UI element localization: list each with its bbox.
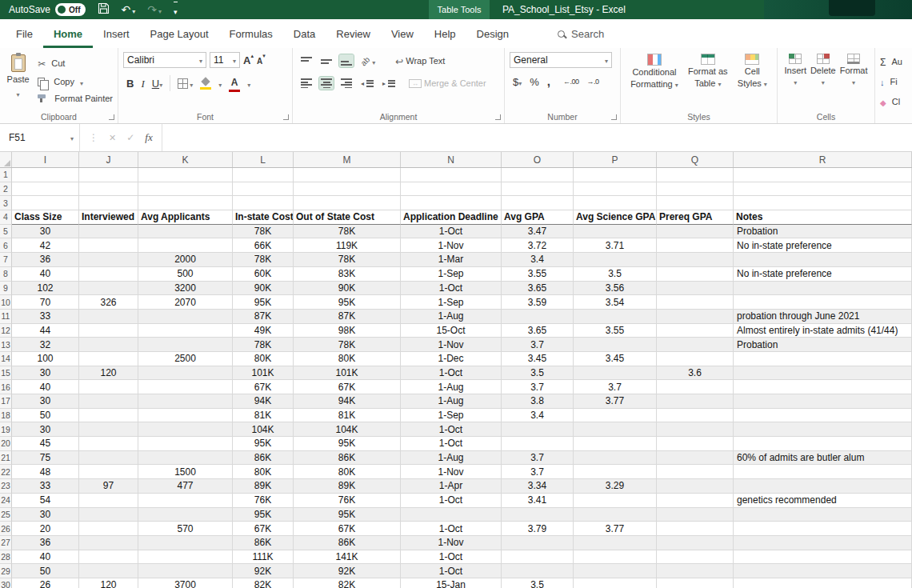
cell-Q24[interactable] [657,494,734,508]
cell-P5[interactable] [574,225,657,239]
cell-P23[interactable]: 3.29 [574,479,657,494]
row-header-25[interactable]: 25 [0,508,12,522]
cell-I19[interactable]: 30 [12,422,79,437]
accounting-format-button[interactable] [513,74,522,89]
cell-M26[interactable]: 67K [294,522,401,536]
cell-R7[interactable] [734,253,912,267]
cell-L1[interactable] [233,168,294,182]
cell-P30[interactable] [574,578,657,588]
cell-L7[interactable]: 78K [233,253,294,267]
name-box[interactable]: F51 [0,124,80,151]
formula-input[interactable] [162,124,912,151]
cell-M7[interactable]: 78K [294,253,401,267]
cell-O28[interactable] [502,550,574,565]
decrease-indent-button[interactable] [359,78,375,90]
cell-P8[interactable]: 3.5 [574,267,657,282]
cell-L25[interactable]: 95K [233,508,294,522]
fill-color-dropdown-icon[interactable] [218,77,222,90]
cell-R25[interactable] [734,508,912,522]
cell-Q27[interactable] [657,536,734,550]
cell-L28[interactable]: 111K [233,550,294,565]
cell-L5[interactable]: 78K [233,225,294,239]
cell-M30[interactable]: 82K [294,578,401,588]
cell-M16[interactable]: 67K [294,380,401,394]
cell-K19[interactable] [138,422,233,437]
cell-I10[interactable]: 70 [12,295,79,310]
row-header-9[interactable]: 9 [0,282,12,296]
cell-P1[interactable] [574,168,657,182]
cell-I7[interactable]: 36 [12,253,79,267]
cell-Q5[interactable] [657,225,734,239]
cell-N24[interactable]: 1-Oct [401,494,502,508]
cell-I20[interactable]: 45 [12,437,79,451]
cell-M4[interactable]: Out of State Cost [294,210,401,225]
copy-button[interactable]: Copy [38,75,113,88]
cell-J28[interactable] [79,550,138,565]
cell-I22[interactable]: 48 [12,465,79,479]
cell-O22[interactable]: 3.7 [502,465,574,479]
cell-Q4[interactable]: Prereq GPA [657,210,734,225]
cell-Q23[interactable] [657,479,734,494]
cell-M27[interactable]: 86K [294,536,401,550]
cell-R8[interactable]: No in-state preference [734,267,912,282]
cell-O4[interactable]: Avg GPA [502,210,574,225]
cell-M9[interactable]: 90K [294,282,401,296]
cell-P6[interactable]: 3.71 [574,238,657,253]
cell-I9[interactable]: 102 [12,282,79,296]
cell-N29[interactable]: 1-Oct [401,564,502,578]
cell-N15[interactable]: 1-Oct [401,366,502,381]
cell-L14[interactable]: 80K [233,352,294,366]
cell-L11[interactable]: 87K [233,310,294,324]
cell-O14[interactable]: 3.45 [502,352,574,366]
cell-P22[interactable] [574,465,657,479]
cell-O27[interactable] [502,536,574,550]
font-name-combo[interactable]: Calibri [123,52,206,68]
increase-decimal-button[interactable] [563,78,579,86]
increase-font-size-button[interactable]: ▴ [243,53,254,67]
cell-J26[interactable] [79,522,138,536]
cell-J17[interactable] [79,394,138,409]
cell-P21[interactable] [574,451,657,466]
cell-K9[interactable]: 3200 [138,282,233,296]
row-header-22[interactable]: 22 [0,465,12,479]
save-button[interactable] [98,2,110,18]
cell-Q26[interactable] [657,522,734,536]
tab-formulas[interactable]: Formulas [219,19,283,48]
cell-L29[interactable]: 92K [233,564,294,578]
tab-design[interactable]: Design [466,19,519,48]
cell-K14[interactable]: 2500 [138,352,233,366]
cell-J7[interactable] [79,253,138,267]
row-header-28[interactable]: 28 [0,550,12,565]
cell-O23[interactable]: 3.34 [502,479,574,494]
cell-K25[interactable] [138,508,233,522]
cell-K23[interactable]: 477 [138,479,233,494]
cell-Q11[interactable] [657,310,734,324]
cell-P9[interactable]: 3.56 [574,282,657,296]
bold-button[interactable] [126,76,134,90]
cell-I24[interactable]: 54 [12,494,79,508]
cell-R4[interactable]: Notes [734,210,912,225]
cell-L12[interactable]: 49K [233,324,294,338]
cell-O8[interactable]: 3.55 [502,267,574,282]
cell-N26[interactable]: 1-Oct [401,522,502,536]
cell-P27[interactable] [574,536,657,550]
decrease-font-size-button[interactable]: ▾ [257,53,266,67]
cell-M28[interactable]: 141K [294,550,401,565]
cell-N2[interactable] [401,182,502,197]
row-header-29[interactable]: 29 [0,564,12,578]
cell-P24[interactable] [574,494,657,508]
cell-K26[interactable]: 570 [138,522,233,536]
cell-R16[interactable] [734,380,912,394]
cell-Q19[interactable] [657,422,734,437]
column-header-K[interactable]: K [138,152,233,167]
cell-K7[interactable]: 2000 [138,253,233,267]
cell-I29[interactable]: 50 [12,564,79,578]
cell-M8[interactable]: 83K [294,267,401,282]
row-header-30[interactable]: 30 [0,578,12,588]
cell-M6[interactable]: 119K [294,238,401,253]
cell-P13[interactable] [574,338,657,352]
row-header-19[interactable]: 19 [0,422,12,437]
cell-L22[interactable]: 80K [233,465,294,479]
cell-K3[interactable] [138,196,233,210]
cell-J11[interactable] [79,310,138,324]
